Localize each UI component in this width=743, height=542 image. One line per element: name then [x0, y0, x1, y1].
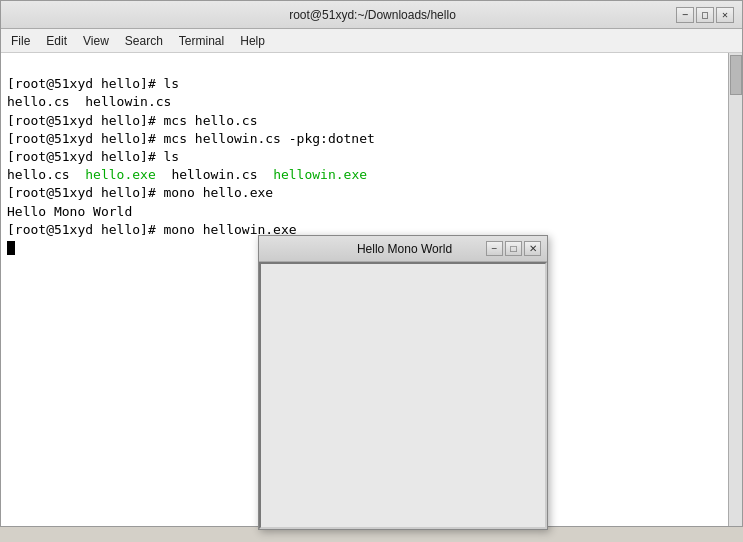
line-7: [root@51xyd hello]# mono hello.exe: [7, 185, 273, 200]
popup-minimize-button[interactable]: −: [486, 241, 503, 256]
scrollbar-thumb[interactable]: [730, 55, 742, 95]
terminal-title: root@51xyd:~/Downloads/hello: [69, 8, 676, 22]
popup-window: Hello Mono World − □ ✕: [258, 235, 548, 530]
popup-wm-buttons: − □ ✕: [486, 241, 541, 256]
line-9: [root@51xyd hello]# mono hellowin.exe: [7, 222, 297, 237]
menu-terminal[interactable]: Terminal: [173, 33, 230, 49]
popup-close-button[interactable]: ✕: [524, 241, 541, 256]
terminal-scrollbar[interactable]: [728, 53, 742, 541]
menu-search[interactable]: Search: [119, 33, 169, 49]
line-6: hello.cs hello.exe hellowin.cs hellowin.…: [7, 167, 367, 182]
line-8: Hello Mono World: [7, 204, 132, 219]
cursor-line: [7, 240, 15, 255]
terminal-minimize-button[interactable]: −: [676, 7, 694, 23]
menu-help[interactable]: Help: [234, 33, 271, 49]
terminal-maximize-button[interactable]: □: [696, 7, 714, 23]
line-2: hello.cs hellowin.cs: [7, 94, 171, 109]
popup-title: Hello Mono World: [323, 242, 486, 256]
menu-file[interactable]: File: [5, 33, 36, 49]
terminal-wm-buttons: − □ ✕: [676, 7, 734, 23]
menu-edit[interactable]: Edit: [40, 33, 73, 49]
popup-titlebar: Hello Mono World − □ ✕: [259, 236, 547, 262]
line-4: [root@51xyd hello]# mcs hellowin.cs -pkg…: [7, 131, 375, 146]
terminal-titlebar: root@51xyd:~/Downloads/hello − □ ✕: [1, 1, 742, 29]
popup-body: [259, 262, 547, 529]
popup-maximize-button[interactable]: □: [505, 241, 522, 256]
terminal-menubar: File Edit View Search Terminal Help: [1, 29, 742, 53]
line-1: [root@51xyd hello]# ls: [7, 76, 179, 91]
line-3: [root@51xyd hello]# mcs hello.cs: [7, 113, 257, 128]
menu-view[interactable]: View: [77, 33, 115, 49]
terminal-close-button[interactable]: ✕: [716, 7, 734, 23]
line-5: [root@51xyd hello]# ls: [7, 149, 179, 164]
